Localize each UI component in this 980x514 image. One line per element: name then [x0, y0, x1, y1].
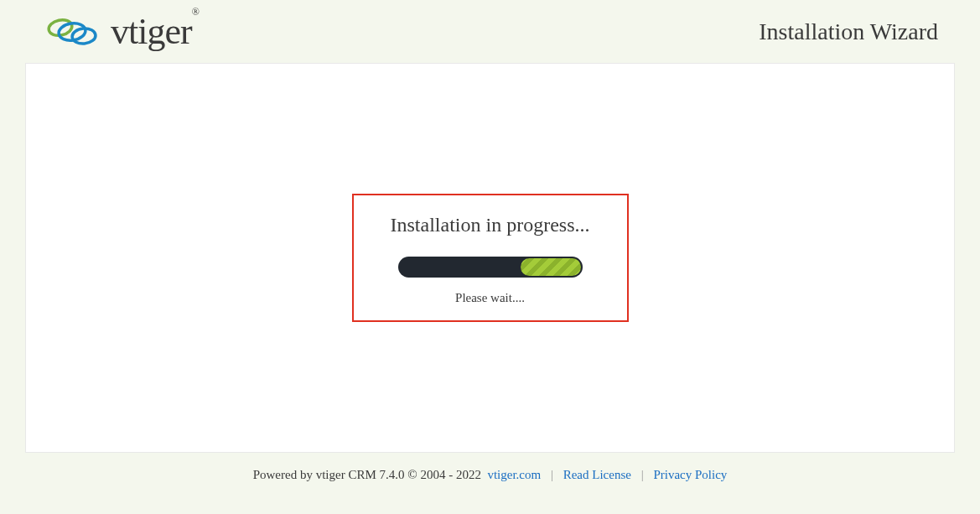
vtiger-link[interactable]: vtiger.com: [487, 468, 541, 481]
separator: |: [641, 468, 644, 481]
header: vtiger® Installation Wizard: [0, 0, 980, 63]
content-panel: Installation in progress... Please wait.…: [25, 63, 955, 453]
progress-title: Installation in progress...: [377, 214, 604, 236]
wizard-title: Installation Wizard: [759, 18, 938, 45]
powered-by-text: Powered by vtiger CRM 7.4.0 © 2004 - 202…: [253, 468, 481, 481]
logo-text: vtiger®: [111, 10, 199, 53]
vtiger-logo-icon: [40, 14, 106, 49]
progress-fill: [521, 258, 581, 276]
logo: vtiger®: [40, 10, 199, 53]
progress-bar: [398, 257, 583, 278]
separator: |: [551, 468, 553, 481]
privacy-policy-link[interactable]: Privacy Policy: [653, 468, 727, 481]
read-license-link[interactable]: Read License: [563, 468, 631, 481]
wait-text: Please wait....: [377, 291, 604, 305]
progress-box: Installation in progress... Please wait.…: [352, 194, 629, 322]
footer: Powered by vtiger CRM 7.4.0 © 2004 - 202…: [0, 453, 980, 497]
